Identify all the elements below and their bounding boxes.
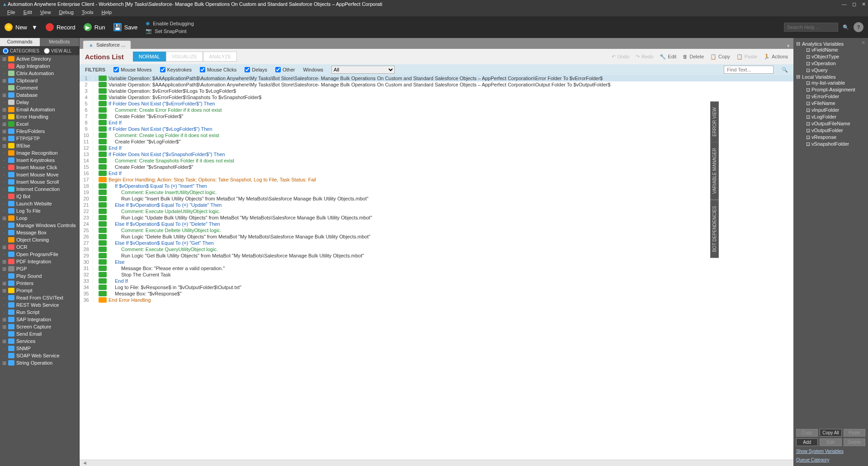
variable-item[interactable]: ⊡ Prompt-Assignment [796,86,865,93]
command-item[interactable]: ·Message Box [0,229,79,236]
code-line[interactable]: 16End If [80,170,793,176]
var-copy-button[interactable]: Copy [796,429,818,437]
command-item[interactable]: ·Citrix Automation [0,70,79,77]
show-system-variables-link[interactable]: Show System Variables [796,448,865,455]
code-line[interactable]: 21Else If $vOperation$ Equal To (=) "Upd… [80,202,793,208]
code-line[interactable]: 25Comment: Execute Deltete UtilityObject… [80,227,793,233]
expand-icon[interactable]: ⊞ [2,338,6,344]
command-item[interactable]: ·Run Script [0,309,79,316]
variable-item[interactable]: ⊡ vFileName [796,100,865,107]
var-add-button[interactable]: Add [796,438,818,446]
command-item[interactable]: ·Insert Mouse Move [0,171,79,178]
command-item[interactable]: ⊞Services [0,338,79,345]
expand-icon[interactable]: · [2,179,6,185]
set-snappoint-button[interactable]: 📷 Set SnapPoint [146,28,194,34]
command-item[interactable]: ·Internet Connection [0,185,79,193]
command-item[interactable]: ·Insert Mouse Click [0,164,79,171]
command-item[interactable]: ·Send Email [0,330,79,338]
variable-item[interactable]: ⊡ vLogFolder [796,114,865,120]
expand-icon[interactable]: ⊞ [2,107,6,113]
code-line[interactable]: 6Comment: Create Error Folder if it does… [80,107,793,113]
undo-button[interactable]: ↶Undo [612,54,629,60]
expand-icon[interactable]: · [2,172,6,177]
code-line[interactable]: 8End If [80,119,793,126]
code-line[interactable]: 33End If [80,278,793,284]
expand-icon[interactable]: ⊞ [2,281,6,286]
panel-close-icon[interactable]: ✕ [861,40,865,46]
code-line[interactable]: 30Else [80,259,793,265]
enable-debugging-button[interactable]: ◉ Enable Debugging [146,20,194,26]
command-item[interactable]: ·Read From CSV/Text [0,294,79,301]
expand-icon[interactable]: · [2,309,6,315]
actions-button[interactable]: 🏃Actions [764,54,788,60]
find-text-input[interactable] [724,66,774,74]
command-item[interactable]: ·Object Cloning [0,236,79,243]
expand-icon[interactable]: ⊞ [2,360,6,366]
command-item[interactable]: ·REST Web Service [0,301,79,309]
save-button[interactable]: 💾 Save [113,23,138,31]
copy-button[interactable]: 📋Copy [710,54,730,60]
expand-icon[interactable]: ⊞ [2,128,6,134]
dropdown-icon[interactable]: ▼ [32,24,38,31]
code-line[interactable]: 4Variable Operation: $vErrorFolder$\Snap… [80,94,793,100]
expand-icon[interactable]: ⊞ [2,136,6,142]
code-line[interactable]: 26Run Logic "Delete Bulk Utility Objects… [80,233,793,240]
command-item[interactable]: ⊞Files/Folders [0,128,79,135]
command-item[interactable]: ⊞If/Else [0,142,79,149]
variable-item[interactable]: ⊡ vErrorFolder [796,93,865,100]
expand-icon[interactable]: · [2,85,6,90]
code-line[interactable]: 11Create Folder "$vLogFolder$" [80,138,793,145]
command-item[interactable]: ·Insert Keystrokes [0,157,79,164]
code-line[interactable]: 19Comment: Execute InsertUtilityObject l… [80,189,793,195]
command-item[interactable]: ⊞SAP Integration [0,316,79,323]
expand-icon[interactable]: ⊞ [2,121,6,127]
expand-icon[interactable]: · [2,100,6,105]
menu-debug[interactable]: Debug [55,9,77,15]
command-item[interactable]: ·Log To File [0,207,79,214]
expand-icon[interactable]: · [2,353,6,358]
menu-tools[interactable]: Tools [78,9,97,15]
menu-view[interactable]: View [37,9,55,15]
view-visualize[interactable]: VISUALIZE [166,52,203,62]
command-item[interactable]: ·SNMP [0,345,79,352]
expand-icon[interactable]: ⊞ [2,317,6,323]
viewall-radio[interactable]: VIEW ALL [44,48,72,54]
variable-item[interactable]: ⊡ vInputFolder [796,107,865,114]
windows-select[interactable]: All [331,66,395,74]
redo-button[interactable]: ↷Redo [636,54,653,60]
expand-icon[interactable]: ⊞ [2,266,6,272]
side-tab-variable-manager[interactable]: VARIABLE MANAGER [710,142,719,200]
command-item[interactable]: ⊞Prompt [0,287,79,294]
code-line[interactable]: 27Else If $vOperation$ Equal To (=) "Get… [80,240,793,246]
queue-category-link[interactable]: Queue Category [796,456,865,463]
close-icon[interactable]: ✕ [862,1,866,7]
variable-item[interactable]: ⊡ vResponse [796,134,865,141]
code-line[interactable]: 31Message Box: "Please enter a valid ope… [80,265,793,271]
code-line[interactable]: 35Message Box: "$vResponse$" [80,290,793,297]
code-line[interactable]: 14Comment: Create Snapshots Folder if it… [80,157,793,164]
code-line[interactable]: 2Variable Operation: $AAApplicationPath$… [80,81,793,88]
code-line[interactable]: 34Log to File: $vResponse$ in "$vOutputF… [80,284,793,290]
code-line[interactable]: 17Begin Error Handling; Action: Stop Tas… [80,176,793,183]
expand-icon[interactable]: · [2,252,6,257]
code-line[interactable]: 18If $vOperation$ Equal To (=) "Insert" … [80,183,793,189]
expand-icon[interactable]: ⊞ [2,288,6,294]
expand-icon[interactable]: · [2,194,6,199]
expand-icon[interactable]: · [2,157,6,163]
expand-icon[interactable]: ⊞ [2,56,6,62]
run-button[interactable]: ▶ Run [84,23,105,31]
command-list[interactable]: ⊞Active Directory·App Integration·Citrix… [0,55,79,466]
code-line[interactable]: 15Create Folder "$vSnapshotFolder$" [80,164,793,170]
command-item[interactable]: ·Open Program/File [0,251,79,258]
expand-icon[interactable]: ⊞ [2,114,6,120]
find-icon[interactable]: 🔍 [782,67,788,73]
paste-button[interactable]: 📋Paste [736,54,757,60]
command-item[interactable]: ·App Integration [0,62,79,70]
command-item[interactable]: ⊞Error Handling [0,113,79,120]
expand-icon[interactable]: ⊞ [2,143,6,149]
tab-metabots[interactable]: MetaBots [40,38,80,46]
filter-other[interactable]: Other [275,67,295,72]
new-button[interactable]: New ▼ [5,23,38,31]
code-area[interactable]: 1Variable Operation: $AAApplicationPath$… [80,75,793,460]
expand-icon[interactable]: ⊞ [2,215,6,221]
